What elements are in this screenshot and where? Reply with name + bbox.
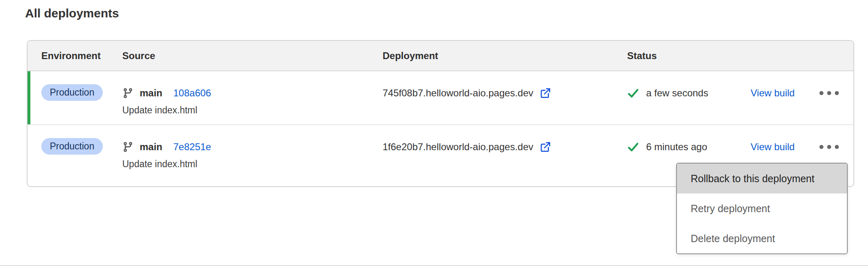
deployment-url: 1f6e20b7.helloworld-aio.pages.dev	[383, 141, 533, 153]
check-icon	[627, 141, 639, 153]
menu-item-delete[interactable]: Delete deployment	[677, 223, 847, 253]
environment-cell: Production	[41, 138, 122, 187]
source-cell: main 7e8251e Update index.html	[122, 138, 383, 187]
commit-message: Update index.html	[122, 159, 383, 170]
menu-item-rollback[interactable]: Rollback to this deployment	[677, 164, 847, 194]
page-title: All deployments	[25, 6, 119, 20]
deployment-cell: 745f08b7.helloworld-aio.pages.dev	[383, 84, 627, 124]
status-time: a few seconds	[646, 87, 708, 99]
deployment-cell: 1f6e20b7.helloworld-aio.pages.dev	[383, 138, 627, 187]
ellipsis-icon	[819, 91, 823, 95]
environment-badge: Production	[41, 84, 103, 101]
menu-item-retry[interactable]: Retry deployment	[677, 194, 847, 223]
view-build-link[interactable]: View build	[751, 141, 795, 153]
branch-name: main	[140, 141, 162, 153]
more-actions-button[interactable]	[819, 143, 840, 151]
ellipsis-icon	[819, 145, 823, 149]
git-branch-icon	[122, 141, 134, 153]
source-cell: main 108a606 Update index.html	[122, 84, 383, 124]
commit-link[interactable]: 108a606	[173, 87, 211, 99]
status-time: 6 minutes ago	[646, 141, 707, 153]
check-icon	[627, 87, 639, 99]
actions-cell: View build	[751, 84, 840, 124]
column-header-status: Status	[627, 50, 751, 62]
external-link-icon[interactable]	[539, 87, 551, 99]
environment-cell: Production	[41, 84, 122, 124]
commit-link[interactable]: 7e8251e	[173, 141, 211, 153]
section-divider	[0, 265, 868, 266]
git-branch-icon	[122, 87, 134, 99]
more-actions-button[interactable]	[819, 89, 840, 98]
column-header-environment: Environment	[41, 50, 122, 62]
column-header-deployment: Deployment	[383, 50, 627, 62]
branch-name: main	[140, 87, 162, 99]
table-header-row: Environment Source Deployment Status	[28, 41, 853, 71]
column-header-source: Source	[122, 50, 383, 62]
deployment-context-menu: Rollback to this deployment Retry deploy…	[676, 163, 848, 254]
external-link-icon[interactable]	[539, 141, 551, 153]
commit-message: Update index.html	[122, 105, 383, 116]
environment-badge: Production	[41, 138, 103, 155]
table-row-deployment-1: Production main 108a606 Update index.htm…	[28, 71, 853, 125]
deployment-url: 745f08b7.helloworld-aio.pages.dev	[383, 87, 533, 99]
view-build-link[interactable]: View build	[751, 87, 795, 99]
status-cell: a few seconds	[627, 84, 751, 124]
